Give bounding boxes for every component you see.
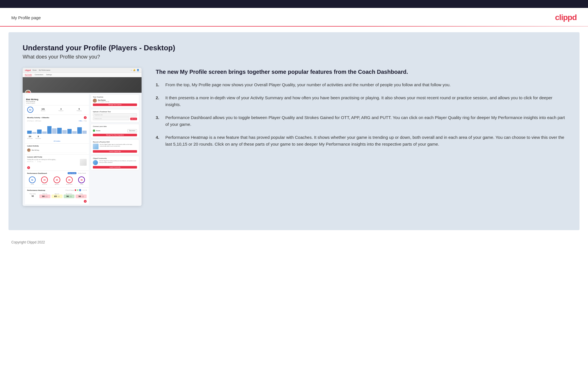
add-link-btn[interactable]: Add Link xyxy=(130,118,137,120)
heatmap-putt: Putting 96 ↓↓ xyxy=(76,193,87,198)
level-badge: 1 xyxy=(28,92,31,93)
bell-icon[interactable]: 🔔 xyxy=(133,69,136,71)
feature-list: 1. From the top, My Profile page now sho… xyxy=(156,81,565,148)
activity-chart xyxy=(27,122,87,134)
arccos-label: Arccos xyxy=(96,130,100,131)
player-quality-toggle[interactable]: Player Quality xyxy=(68,172,76,174)
mockup-nav-performance[interactable]: My Performance xyxy=(39,69,50,71)
heatmap-badge-4: 4 xyxy=(27,200,87,203)
mockup-nav: Home My Performance xyxy=(33,69,50,71)
overall-ring[interactable]: 92 Overall xyxy=(29,176,36,185)
latest-activity-section: Latest Activity Blair McHarg xyxy=(25,143,89,154)
user-icon[interactable]: 👤 xyxy=(137,69,139,71)
chart-filters: ● On Course ● Off Course 6 Mths 1 Year xyxy=(27,120,87,122)
arccos-row: Arccos Disconnect xyxy=(93,128,137,133)
mockup-subnav: My Profile Connections Settings xyxy=(23,73,142,77)
connect-data-panel: Connect your data Arccos Disconnect Mana… xyxy=(91,124,139,138)
lesson-badge-3: 3 xyxy=(27,166,87,169)
lesson-section: Lesson with Fordy Feeling like my hips a… xyxy=(25,154,89,170)
list-item-2: 2. It then presents a more in-depth view… xyxy=(156,94,565,108)
mockup-subnav-connections[interactable]: Connections xyxy=(35,74,43,76)
mockup-hero: 1 xyxy=(23,77,142,93)
launch-community-btn[interactable]: Launch Community xyxy=(93,166,137,169)
on-off-counts: 24 On Course 3 Off Course xyxy=(27,134,87,140)
mockup-browser: clippd Home My Performance ⌕ 🔔 👤 xyxy=(23,68,142,73)
performance-rings: 92 Overall 90 Off the Tee 85 Approach xyxy=(27,175,87,186)
disconnect-btn[interactable]: Disconnect xyxy=(127,129,137,132)
following-stat: 5 Following xyxy=(77,108,82,111)
app-mockup: clippd Home My Performance ⌕ 🔔 👤 My Prof… xyxy=(23,68,142,206)
performance-dashboard-section: Performance Dashboard Player Quality Str… xyxy=(25,170,89,187)
trackman-input[interactable]: Trackman Link xyxy=(93,113,137,116)
heatmap-ott: Off the Tee 90 ↓↓ xyxy=(39,193,50,198)
player-name: Blair McHarg xyxy=(26,98,88,100)
lesson-image xyxy=(80,159,87,166)
on-course-stat: 24 On Course xyxy=(27,135,33,139)
followers-stat: 3 Followers xyxy=(59,108,63,111)
all-activities-link[interactable]: All Activities xyxy=(27,141,87,142)
launch-app-btn[interactable]: Launch Capture App xyxy=(93,150,137,153)
heatmap-section: Performance Heatmap 5 Round Change 1 5 1… xyxy=(25,187,89,204)
putt-ring[interactable]: 96 Putting xyxy=(78,176,85,185)
mockup-subnav-settings[interactable]: Settings xyxy=(46,74,52,76)
trackman-link-input[interactable]: Trackman Link xyxy=(93,117,129,120)
practice-drill-panel: Record a Practice Drill Use the Clippd C… xyxy=(91,139,139,154)
list-text-1: From the top, My Profile page now shows … xyxy=(165,81,451,88)
community-panel: Clippd Community Visit the Clippd Commun… xyxy=(91,156,139,170)
drill-content: Use the Clippd Capture app to record pra… xyxy=(93,144,137,149)
activity-avatar xyxy=(27,148,31,152)
off-course-stat: 3 Off Course xyxy=(35,135,41,139)
heatmap-overall: Player Quality 92 xyxy=(27,193,38,198)
list-num-1: 1. xyxy=(156,81,162,88)
heatmap-controls: 5 Round Change 1 5 10 20 xyxy=(65,189,87,191)
list-text-2: It then presents a more in-depth view of… xyxy=(165,94,565,108)
activity-item: Blair McHarg xyxy=(27,148,87,153)
activity-summary-section: Monthly Activity - 6 Months 2 ● On Cours… xyxy=(25,115,89,143)
community-image xyxy=(93,160,98,165)
heatmap-header: Performance Heatmap 5 Round Change 1 5 1… xyxy=(27,189,87,191)
activity-header: Monthly Activity - 6 Months 2 xyxy=(27,116,87,119)
list-item-4: 4. Performance Heatmap is a new feature … xyxy=(156,134,565,148)
main-content: Understand your Profile (Players - Deskt… xyxy=(8,32,580,230)
stats-container: 92 131 Activities 3 Followers xyxy=(25,105,89,115)
lesson-content: Feeling like my hips are rotating but st… xyxy=(27,159,87,166)
coach-row: Dan Davies Sunningdale Golf Club xyxy=(93,99,137,103)
content-subheading: What does your Profile show you? xyxy=(23,54,565,60)
search-icon[interactable]: ⌕ xyxy=(131,69,132,71)
manage-coaches-btn[interactable]: Manage Your Coaches xyxy=(93,103,137,106)
app-ring[interactable]: 85 Approach xyxy=(54,176,60,185)
trackman-panel: Upload a Trackman Test Trackman Link Tra… xyxy=(91,109,139,122)
coach-avatar xyxy=(93,99,97,103)
arccos-dot xyxy=(93,129,95,132)
top-bar xyxy=(0,0,588,8)
footer: Copyright Clippd 2022 xyxy=(0,236,588,249)
heatmap-app: Approach 85 ↓↓ xyxy=(52,193,63,198)
lesson-meta: 01h 30 mins • 1 image xyxy=(27,161,79,162)
content-heading: Understand your Profile (Players - Deskt… xyxy=(23,44,565,52)
heatmap-row: Player Quality 92 Off the Tee 90 ↓↓ Appr… xyxy=(27,192,87,199)
player-handicap: Plus Handicap xyxy=(26,101,88,102)
header-divider xyxy=(0,26,588,27)
perf-toggle: Player Quality Strokes Gained xyxy=(68,172,87,174)
heatmap-arg: Around Green 96 ↓↓ xyxy=(64,193,75,198)
strokes-gained-toggle[interactable]: Strokes Gained xyxy=(77,172,87,174)
mockup-subnav-profile[interactable]: My Profile xyxy=(25,74,32,76)
profile-info-block: Blair McHarg Plus Handicap United Kingdo… xyxy=(25,94,89,105)
mockup-icons: ⌕ 🔔 👤 xyxy=(131,69,139,71)
right-heading: The new My Profile screen brings togethe… xyxy=(156,68,565,76)
ott-ring[interactable]: 90 Off the Tee xyxy=(41,176,48,185)
list-text-4: Performance Heatmap is a new feature tha… xyxy=(165,134,565,148)
list-item-3: 3. Performance Dashboard allows you to t… xyxy=(156,114,565,128)
hero-overlay xyxy=(23,77,142,93)
screenshot-col: clippd Home My Performance ⌕ 🔔 👤 My Prof… xyxy=(23,68,142,206)
text-col: The new My Profile screen brings togethe… xyxy=(156,68,565,154)
quality-circle: 92 xyxy=(27,107,33,113)
mockup-nav-home[interactable]: Home xyxy=(33,69,37,71)
manage-integrations-btn[interactable]: Manage Your Data Integrations xyxy=(93,134,137,136)
activities-stat: 131 Activities xyxy=(41,108,45,111)
copyright: Copyright Clippd 2022 xyxy=(11,240,45,244)
list-text-3: Performance Dashboard allows you to togg… xyxy=(165,114,565,128)
list-item-1: 1. From the top, My Profile page now sho… xyxy=(156,81,565,88)
clippd-logo: clippd xyxy=(555,13,577,22)
arg-ring[interactable]: 86 Around Green xyxy=(66,176,73,185)
